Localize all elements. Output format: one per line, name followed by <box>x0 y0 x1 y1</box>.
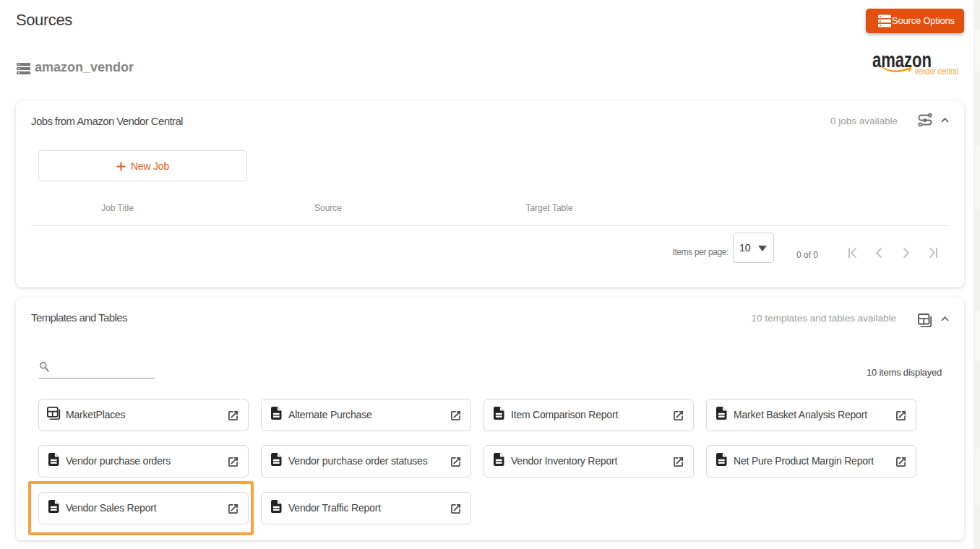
svg-text:vendor central: vendor central <box>915 66 958 77</box>
